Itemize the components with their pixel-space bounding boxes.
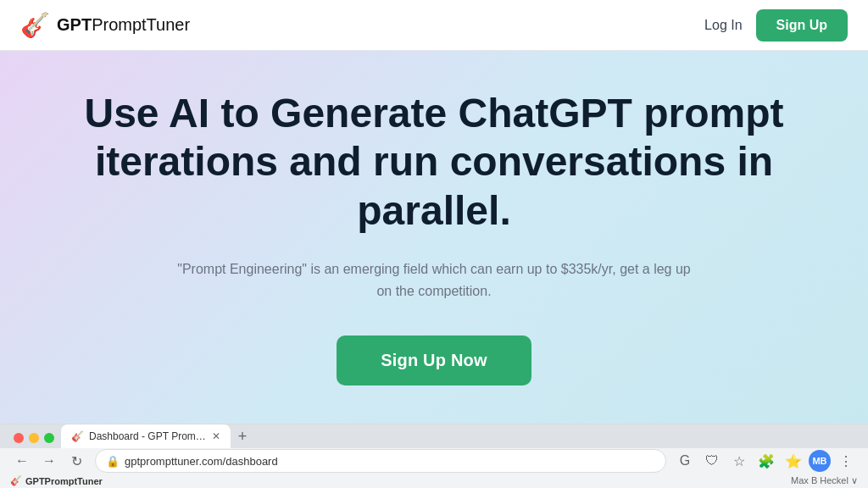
tab-favicon-icon: 🎸 (71, 430, 84, 442)
logo-icon: 🎸 (20, 11, 50, 39)
chevron-down-icon: ∨ (851, 475, 858, 485)
star-icon[interactable]: ☆ (727, 449, 751, 473)
bottom-logo: 🎸 GPTPromptTuner (10, 475, 103, 486)
navbar: 🎸 GPTPromptTuner Log In Sign Up (0, 0, 868, 51)
menu-icon[interactable]: ⋮ (834, 449, 858, 473)
bottom-logo-icon: 🎸 (10, 475, 22, 486)
browser-tabs-bar: 🎸 Dashboard - GPT Prompt Tune... ✕ + (0, 424, 868, 448)
logo-text: GPTPromptTuner (57, 15, 190, 35)
navbar-actions: Log In Sign Up (704, 9, 848, 42)
bottom-logo-text: GPTPromptTuner (25, 476, 103, 486)
address-text: gptprompttuner.com/dashboard (125, 455, 278, 468)
hero-title: Use AI to Generate ChatGPT prompt iterat… (53, 89, 815, 236)
close-window-dot[interactable] (14, 433, 24, 443)
forward-button[interactable]: → (37, 449, 61, 473)
reload-button[interactable]: ↻ (64, 449, 88, 473)
address-bar[interactable]: 🔒 gptprompttuner.com/dashboard (95, 449, 666, 473)
hero-subtitle: "Prompt Engineering" is an emerging fiel… (171, 258, 697, 302)
google-icon: G (673, 449, 697, 473)
bottom-status-bar: 🎸 GPTPromptTuner Max B Heckel ∨ (0, 474, 868, 488)
hero-cta-button[interactable]: Sign Up Now (337, 336, 531, 385)
extension2-icon[interactable]: ⭐ (782, 449, 805, 473)
extension-icon[interactable]: 🧩 (754, 449, 778, 473)
user-avatar[interactable]: MB (809, 450, 831, 472)
window-controls (7, 426, 61, 448)
signup-button[interactable]: Sign Up (756, 9, 848, 42)
new-tab-button[interactable]: + (231, 424, 254, 448)
bottom-left: 🎸 GPTPromptTuner (10, 475, 103, 486)
main-page: 🎸 GPTPromptTuner Log In Sign Up Use AI t… (0, 0, 868, 424)
logo: 🎸 GPTPromptTuner (20, 11, 190, 39)
bottom-user-info: Max B Heckel ∨ (791, 475, 858, 486)
tab-title-label: Dashboard - GPT Prompt Tune... (89, 430, 207, 442)
browser-tab[interactable]: 🎸 Dashboard - GPT Prompt Tune... ✕ (61, 424, 231, 448)
browser-chrome: 🎸 Dashboard - GPT Prompt Tune... ✕ + ← →… (0, 424, 868, 488)
lock-icon: 🔒 (106, 455, 120, 468)
browser-actions: G 🛡 ☆ 🧩 ⭐ MB ⋮ (673, 449, 858, 473)
nav-arrows: ← → ↻ (10, 449, 88, 473)
back-button[interactable]: ← (10, 449, 34, 473)
hero-section: Use AI to Generate ChatGPT prompt iterat… (0, 51, 868, 424)
minimize-window-dot[interactable] (29, 433, 39, 443)
browser-toolbar: ← → ↻ 🔒 gptprompttuner.com/dashboard G 🛡… (0, 448, 868, 474)
login-button[interactable]: Log In (704, 18, 742, 33)
bottom-user-name: Max B Heckel (791, 475, 849, 485)
tab-close-icon[interactable]: ✕ (212, 430, 220, 442)
maximize-window-dot[interactable] (44, 433, 54, 443)
shield-icon: 🛡 (700, 449, 724, 473)
